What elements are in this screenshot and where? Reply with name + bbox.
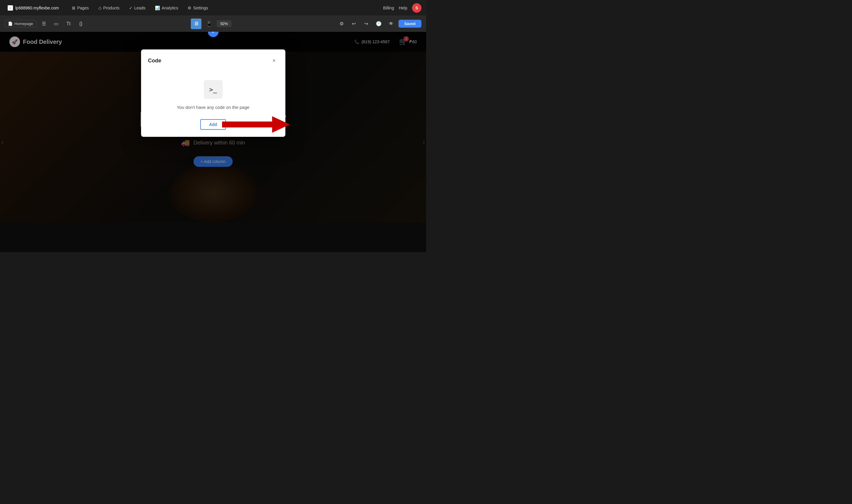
canvas-area: 🚀 Food Delivery 📞 (619) 123-4567 🛒 3 ₱60… bbox=[0, 32, 426, 252]
annotation-arrow bbox=[222, 115, 290, 134]
code-editor-button[interactable]: {} bbox=[76, 19, 86, 29]
brand-url: lp688960.myflexbe.com bbox=[15, 5, 59, 10]
toolbar-right: ⚙ ↩ ↪ 🕐 👁 Saved bbox=[336, 19, 421, 29]
toolbar-left: 📄 Homepage ☰ ▭ Tt {} bbox=[5, 19, 86, 29]
modal-footer: Add bbox=[148, 119, 278, 130]
empty-state-text: You don't have any code on the page bbox=[177, 105, 249, 110]
products-icon: ◇ bbox=[98, 5, 102, 10]
nav-products[interactable]: ◇ Products bbox=[94, 4, 124, 12]
svg-marker-0 bbox=[222, 116, 290, 133]
nav-leads-label: Leads bbox=[134, 5, 145, 10]
undo-button[interactable]: ↩ bbox=[349, 19, 359, 29]
modal-overlay: + Code × >_ You don't have any code on t… bbox=[0, 32, 426, 252]
nav-leads[interactable]: ✓ Leads bbox=[125, 4, 150, 12]
pages-list-button[interactable]: ☰ bbox=[39, 19, 49, 29]
code-modal: Code × >_ You don't have any code on the… bbox=[141, 50, 285, 137]
zoom-value: 92% bbox=[220, 21, 228, 26]
terminal-icon: >_ bbox=[209, 86, 217, 93]
nav-right: Billing Help S bbox=[383, 3, 421, 13]
layout-button[interactable]: ▭ bbox=[51, 19, 61, 29]
page-selector[interactable]: 📄 Homepage bbox=[5, 20, 36, 28]
brand-link[interactable]: ⌂ lp688960.myflexbe.com bbox=[5, 3, 62, 12]
toolbar-center: 🖥 📱 92% bbox=[87, 19, 335, 29]
save-button[interactable]: Saved bbox=[398, 20, 421, 28]
history-button[interactable]: 🕐 bbox=[374, 19, 384, 29]
modal-body: >_ You don't have any code on the page bbox=[148, 74, 278, 119]
preview-button[interactable]: 👁 bbox=[386, 19, 396, 29]
user-avatar[interactable]: S bbox=[412, 3, 421, 13]
mobile-view-button[interactable]: 📱 bbox=[204, 19, 214, 29]
nav-settings[interactable]: ⚙ Settings bbox=[184, 4, 212, 12]
nav-pages-label: Pages bbox=[77, 5, 89, 10]
home-icon: ⌂ bbox=[8, 5, 13, 11]
settings-icon: ⚙ bbox=[188, 5, 191, 10]
avatar-letter: S bbox=[415, 5, 418, 10]
top-navigation: ⌂ lp688960.myflexbe.com ⊞ Pages ◇ Produc… bbox=[0, 0, 426, 16]
code-icon-box: >_ bbox=[204, 80, 223, 99]
modal-header: Code × bbox=[148, 56, 278, 65]
help-link[interactable]: Help bbox=[399, 5, 407, 10]
billing-link[interactable]: Billing bbox=[383, 5, 394, 10]
desktop-view-button[interactable]: 🖥 bbox=[191, 19, 202, 29]
red-arrow-svg bbox=[222, 115, 290, 134]
analytics-icon: 📊 bbox=[155, 5, 160, 10]
nav-analytics-label: Analytics bbox=[162, 5, 178, 10]
add-element-button[interactable]: + bbox=[208, 32, 219, 37]
redo-button[interactable]: ↪ bbox=[361, 19, 371, 29]
page-name: Homepage bbox=[14, 21, 33, 26]
settings-panel-button[interactable]: ⚙ bbox=[336, 19, 347, 29]
typography-button[interactable]: Tt bbox=[64, 19, 74, 29]
modal-close-button[interactable]: × bbox=[270, 56, 278, 65]
editor-toolbar: 📄 Homepage ☰ ▭ Tt {} 🖥 📱 92% ⚙ ↩ ↪ 🕐 👁 S… bbox=[0, 16, 426, 32]
zoom-selector[interactable]: 92% bbox=[217, 20, 231, 27]
leads-icon: ✓ bbox=[129, 5, 133, 10]
pages-icon: ⊞ bbox=[72, 5, 75, 10]
page-icon: 📄 bbox=[8, 21, 13, 26]
nav-pages[interactable]: ⊞ Pages bbox=[68, 4, 93, 12]
modal-title: Code bbox=[148, 58, 161, 64]
nav-analytics[interactable]: 📊 Analytics bbox=[151, 4, 182, 12]
nav-products-label: Products bbox=[103, 5, 120, 10]
nav-settings-label: Settings bbox=[193, 5, 208, 10]
